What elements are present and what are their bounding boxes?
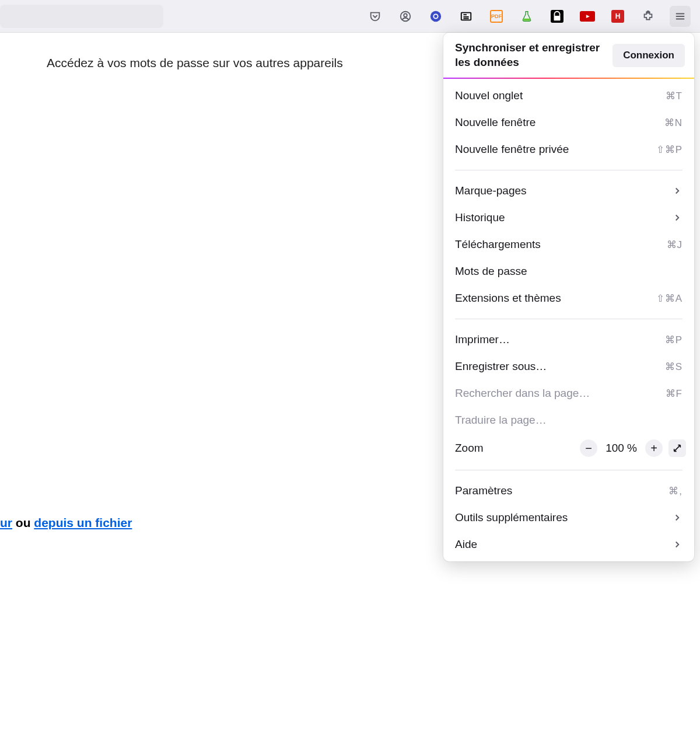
extension-lock-icon[interactable] xyxy=(548,8,566,25)
menu-section-library: Marque-pages Historique Téléchargements … xyxy=(443,174,694,315)
menu-translate-page: Traduire la page… xyxy=(443,407,694,434)
import-passwords-line: ur ou depuis un fichier xyxy=(0,516,132,530)
address-bar[interactable] xyxy=(0,5,163,28)
menu-item-shortcut: ⇧⌘P xyxy=(656,144,682,156)
extension-flask-icon[interactable] xyxy=(518,8,536,25)
menu-bookmarks[interactable]: Marque-pages xyxy=(443,177,694,204)
chevron-right-icon xyxy=(672,512,682,523)
menu-item-shortcut: ⌘F xyxy=(666,388,682,400)
menu-item-shortcut: ⌘T xyxy=(666,90,682,102)
menu-new-tab[interactable]: Nouvel onglet ⌘T xyxy=(443,82,694,109)
menu-item-label: Mots de passe xyxy=(455,265,527,278)
hamburger-menu-button[interactable] xyxy=(670,6,691,27)
pocket-icon[interactable] xyxy=(366,8,384,25)
menu-item-label: Nouvelle fenêtre privée xyxy=(455,143,569,156)
menu-item-label: Imprimer… xyxy=(455,333,510,346)
extension-h-icon[interactable]: H xyxy=(609,8,626,25)
zoom-controls: − 100 % + xyxy=(580,439,686,457)
menu-item-label: Paramètres xyxy=(455,484,512,497)
svg-point-1 xyxy=(404,13,407,17)
svg-rect-7 xyxy=(554,16,561,20)
menu-item-label: Extensions et thèmes xyxy=(455,292,561,305)
sign-in-button[interactable]: Connexion xyxy=(612,44,685,67)
chevron-right-icon xyxy=(672,186,682,196)
menu-separator xyxy=(455,470,682,470)
zoom-value: 100 % xyxy=(606,442,637,455)
menu-item-shortcut: ⌘J xyxy=(667,239,683,251)
menu-history[interactable]: Historique xyxy=(443,204,694,231)
menu-item-shortcut: ⌘, xyxy=(668,485,682,497)
zoom-in-button[interactable]: + xyxy=(645,439,663,457)
menu-settings[interactable]: Paramètres ⌘, xyxy=(443,477,694,504)
menu-sync-title: Synchroniser et enregistrer les données xyxy=(455,41,601,69)
menu-passwords[interactable]: Mots de passe xyxy=(443,258,694,285)
menu-separator xyxy=(455,170,682,170)
menu-item-label: Enregistrer sous… xyxy=(455,360,547,373)
menu-item-shortcut: ⌘N xyxy=(664,117,682,129)
menu-item-label: Téléchargements xyxy=(455,238,541,251)
zoom-out-button[interactable]: − xyxy=(580,439,597,457)
menu-print[interactable]: Imprimer… ⌘P xyxy=(443,326,694,353)
app-menu: Synchroniser et enregistrer les données … xyxy=(443,33,694,561)
menu-item-label: Marque-pages xyxy=(455,184,527,197)
account-icon[interactable] xyxy=(397,8,414,25)
toolbar-icons: PDF ▶ H xyxy=(366,6,691,27)
extensions-icon[interactable] xyxy=(639,8,657,25)
import-from-browser-link[interactable]: ur xyxy=(0,516,12,529)
menu-section-page: Imprimer… ⌘P Enregistrer sous… ⌘S Recher… xyxy=(443,323,694,466)
chevron-right-icon xyxy=(672,212,682,223)
menu-item-label: Nouvelle fenêtre xyxy=(455,116,536,129)
extension-news-icon[interactable] xyxy=(457,8,475,25)
extension-pdf-icon[interactable]: PDF xyxy=(488,8,505,25)
menu-item-label: Aide xyxy=(455,538,477,551)
menu-item-label: Historique xyxy=(455,211,505,224)
menu-downloads[interactable]: Téléchargements ⌘J xyxy=(443,231,694,258)
menu-item-shortcut: ⌘P xyxy=(665,334,682,346)
menu-zoom-row: Zoom − 100 % + xyxy=(443,434,694,463)
extension-sync-icon[interactable] xyxy=(427,8,444,25)
browser-toolbar: PDF ▶ H xyxy=(0,0,700,33)
menu-section-settings: Paramètres ⌘, Outils supplémentaires Aid… xyxy=(443,474,694,561)
extension-youtube-icon[interactable]: ▶ xyxy=(579,8,596,25)
menu-item-label: Outils supplémentaires xyxy=(455,511,568,524)
svg-point-2 xyxy=(430,11,441,21)
menu-separator xyxy=(455,319,682,319)
zoom-label: Zoom xyxy=(455,442,484,455)
menu-find-in-page: Rechercher dans la page… ⌘F xyxy=(443,380,694,407)
menu-more-tools[interactable]: Outils supplémentaires xyxy=(443,504,694,531)
menu-item-shortcut: ⇧⌘A xyxy=(656,292,682,305)
menu-extensions-themes[interactable]: Extensions et thèmes ⇧⌘A xyxy=(443,285,694,312)
menu-new-private-window[interactable]: Nouvelle fenêtre privée ⇧⌘P xyxy=(443,136,694,163)
menu-item-label: Traduire la page… xyxy=(455,414,547,427)
chevron-right-icon xyxy=(672,539,682,550)
menu-help[interactable]: Aide xyxy=(443,531,694,558)
menu-section-tabs: Nouvel onglet ⌘T Nouvelle fenêtre ⌘N Nou… xyxy=(443,79,694,166)
import-text-or: ou xyxy=(12,516,34,529)
menu-new-window[interactable]: Nouvelle fenêtre ⌘N xyxy=(443,109,694,136)
zoom-fullscreen-button[interactable] xyxy=(668,439,686,457)
menu-item-shortcut: ⌘S xyxy=(665,361,682,373)
import-from-file-link[interactable]: depuis un fichier xyxy=(34,516,132,529)
menu-item-label: Nouvel onglet xyxy=(455,89,523,102)
menu-sync-header: Synchroniser et enregistrer les données … xyxy=(443,33,694,78)
menu-item-label: Rechercher dans la page… xyxy=(455,387,590,400)
menu-save-as[interactable]: Enregistrer sous… ⌘S xyxy=(443,353,694,380)
